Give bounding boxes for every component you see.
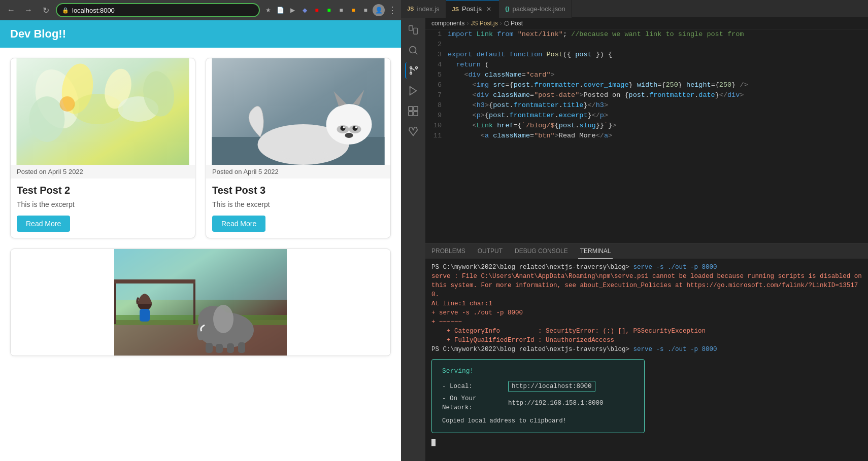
run-debug-icon[interactable] — [405, 83, 421, 99]
elephant-svg — [11, 249, 390, 356]
svg-rect-25 — [114, 249, 287, 300]
terminal-line-6: + CategoryInfo : SecurityError: (:) [], … — [431, 327, 862, 336]
profile-icon[interactable]: 👤 — [373, 4, 385, 16]
svg-rect-41 — [414, 28, 417, 34]
post-date-2: Posted on April 5 2022 — [11, 165, 195, 179]
back-button[interactable]: ← — [4, 3, 18, 17]
blog-header: Dev Blog!! — [0, 20, 401, 48]
svg-point-23 — [310, 152, 328, 160]
serving-network-label: - On Your Network: — [442, 394, 508, 412]
svg-rect-48 — [409, 107, 413, 111]
ext4-icon[interactable]: ■ — [312, 5, 322, 15]
tab-index-js[interactable]: JS index.js — [401, 0, 446, 18]
svg-point-21 — [345, 133, 353, 138]
chrome-menu-button[interactable]: ⋮ — [388, 5, 397, 16]
post-date-3: Posted on April 5 2022 — [206, 165, 390, 179]
svg-point-18 — [353, 126, 358, 131]
serving-network-url: http://192.168.158.1:8000 — [508, 399, 604, 408]
svg-point-19 — [343, 126, 345, 128]
terminal-line-2: serve : File C:\Users\Anant\AppData\Roam… — [431, 272, 862, 299]
read-more-button-3[interactable]: Read More — [212, 216, 265, 232]
tab-package-lock[interactable]: {} package-lock.json — [499, 0, 572, 18]
vscode-tab-bar: JS index.js JS Post.js ✕ {} package-lock… — [401, 0, 868, 18]
activity-bar — [401, 18, 425, 461]
tab-output[interactable]: OUTPUT — [476, 243, 505, 259]
reload-button[interactable]: ↻ — [39, 3, 53, 17]
blog-title: Dev Blog!! — [10, 27, 391, 41]
ext6-icon[interactable]: ■ — [336, 5, 346, 15]
tab-terminal[interactable]: TERMINAL — [578, 243, 613, 259]
terminal-body[interactable]: PS C:\mywork\2022\blog related\nextjs-tr… — [425, 259, 868, 461]
svg-point-17 — [341, 126, 346, 131]
read-more-button-2[interactable]: Read More — [17, 216, 70, 232]
terminal-cursor-line — [431, 438, 862, 447]
extensions-icon[interactable] — [405, 103, 421, 119]
editor-area: components › JS Post.js › ⬡ Post 1 impor… — [425, 18, 868, 461]
post-card-elephant — [10, 249, 391, 356]
serving-local-label: - Local: — [442, 382, 508, 391]
svg-point-46 — [416, 67, 418, 69]
code-editor[interactable]: 1 import Link from "next/link"; //becaus… — [425, 29, 868, 243]
svg-line-43 — [415, 52, 417, 54]
svg-point-12 — [326, 104, 372, 145]
post-image-husky — [206, 58, 390, 165]
ext2-icon[interactable]: ▶ — [287, 5, 297, 15]
tab-label-index: index.js — [417, 5, 439, 13]
chrome-action-icons: ★ 📄 ▶ ◆ ■ ■ ■ ■ ■ 👤 ⋮ — [263, 4, 397, 16]
post-body-3: Test Post 3 This is the excerpt Read Mor… — [206, 179, 390, 238]
svg-rect-39 — [140, 309, 150, 322]
tab-close-post[interactable]: ✕ — [485, 5, 493, 13]
husky-svg — [206, 58, 390, 165]
ext5-icon[interactable]: ■ — [324, 5, 334, 15]
post-card-bottom — [0, 249, 401, 366]
svg-rect-50 — [409, 112, 413, 116]
post-excerpt-2: This is the excerpt — [17, 200, 189, 208]
code-line-3: 3 export default function Post({ post })… — [425, 50, 868, 60]
flowers-svg — [11, 58, 195, 165]
forward-button[interactable]: → — [21, 3, 36, 17]
terminal-line-3: At line:1 char:1 — [431, 299, 862, 308]
breadcrumb-components: components — [431, 20, 464, 27]
chrome-toolbar: ← → ↻ 🔒 localhost:8000 ★ 📄 ▶ ◆ ■ ■ ■ ■ ■… — [0, 0, 401, 20]
code-line-4: 4 return ( — [425, 60, 868, 70]
code-line-8: 8 <h3>{post.frontmatter.title}</h3> — [425, 100, 868, 111]
serving-box: Serving! - Local: http://localhost:8000 … — [431, 359, 645, 433]
test-icon[interactable] — [405, 123, 421, 139]
terminal-line-8: PS C:\mywork\2022\blog related\nextjs-tr… — [431, 345, 862, 354]
serving-title: Serving! — [442, 367, 634, 376]
code-line-2: 2 — [425, 40, 868, 50]
search-icon[interactable] — [405, 42, 421, 58]
tab-post-js[interactable]: JS Post.js ✕ — [446, 0, 499, 18]
serving-local-row: - Local: http://localhost:8000 — [442, 381, 634, 392]
breadcrumb-sep-2: › — [500, 20, 502, 27]
vscode-panel: JS index.js JS Post.js ✕ {} package-lock… — [401, 0, 868, 461]
svg-marker-47 — [410, 87, 417, 95]
code-line-5: 5 <div className="card"> — [425, 70, 868, 80]
post-image-elephant — [11, 249, 390, 356]
post-excerpt-3: This is the excerpt — [212, 200, 384, 208]
js-icon-post: JS — [452, 6, 459, 12]
svg-point-20 — [355, 126, 357, 128]
post-card-2: Posted on April 5 2022 Test Post 2 This … — [10, 58, 195, 238]
ext8-icon[interactable]: ■ — [360, 5, 371, 15]
svg-rect-28 — [114, 279, 195, 283]
ext7-icon[interactable]: ■ — [348, 5, 358, 15]
tab-problems[interactable]: PROBLEMS — [429, 243, 468, 259]
svg-rect-29 — [114, 283, 116, 324]
tab-debug-console[interactable]: DEBUG CONSOLE — [513, 243, 570, 259]
bookmark-icon[interactable]: ★ — [263, 5, 273, 15]
url-bar[interactable]: 🔒 localhost:8000 — [56, 3, 260, 17]
source-control-icon[interactable] — [405, 62, 421, 79]
code-line-7: 7 <div className="post-date">Posted on {… — [425, 90, 868, 100]
svg-point-42 — [410, 47, 416, 53]
ext1-icon[interactable]: 📄 — [275, 5, 285, 15]
ext3-icon[interactable]: ◆ — [299, 5, 310, 15]
explorer-icon[interactable] — [405, 22, 421, 38]
post-title-2: Test Post 2 — [17, 185, 189, 196]
breadcrumb-sep-1: › — [466, 20, 469, 27]
code-line-11: 11 <a className="btn">Read More</a> — [425, 131, 868, 141]
terminal-line-7: + FullyQualifiedErrorId : UnauthorizedAc… — [431, 336, 862, 345]
post-title-3: Test Post 3 — [212, 185, 384, 196]
post-card-3: Posted on April 5 2022 Test Post 3 This … — [206, 58, 391, 238]
breadcrumb-postjs: JS Post.js — [471, 20, 497, 27]
